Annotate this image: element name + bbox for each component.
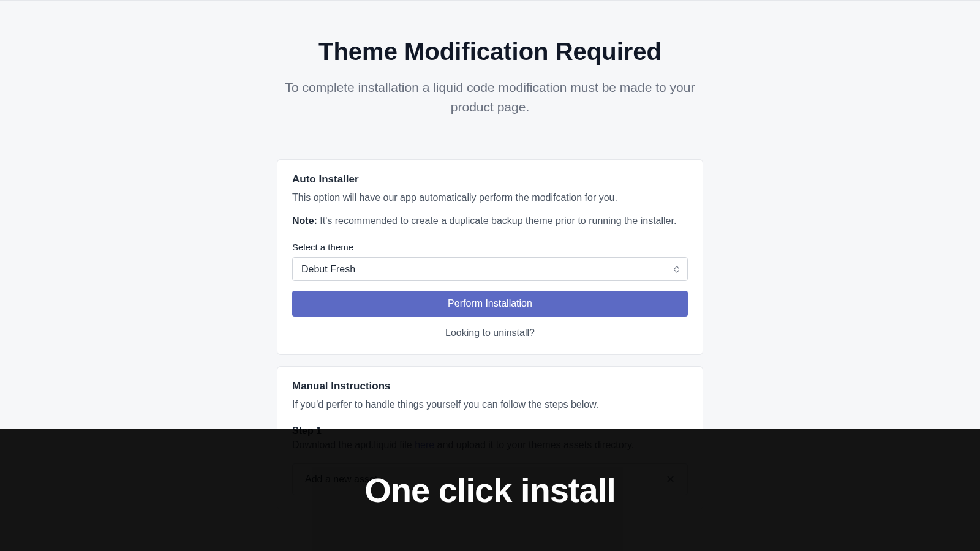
theme-select-wrapper: Debut Fresh (292, 257, 688, 281)
manual-title: Manual Instructions (292, 380, 688, 392)
perform-installation-button[interactable]: Perform Installation (292, 291, 688, 317)
auto-installer-card: Auto Installer This option will have our… (277, 159, 703, 355)
page-title: Theme Modification Required (245, 38, 735, 66)
auto-installer-note: Note: It's recommended to create a dupli… (292, 214, 688, 228)
theme-select-group: Select a theme Debut Fresh (292, 242, 688, 281)
banner-text: One click install (364, 470, 615, 510)
note-text: It's recommended to create a duplicate b… (317, 216, 677, 226)
theme-select[interactable]: Debut Fresh (292, 257, 688, 281)
theme-select-label: Select a theme (292, 242, 688, 252)
note-label: Note: (292, 216, 317, 226)
auto-installer-description: This option will have our app automatica… (292, 190, 688, 205)
bottom-banner: One click install (0, 429, 980, 551)
page-subtitle: To complete installation a liquid code m… (282, 78, 698, 116)
manual-description: If you'd perfer to handle things yoursel… (292, 397, 688, 412)
uninstall-link[interactable]: Looking to uninstall? (292, 328, 688, 339)
auto-installer-title: Auto Installer (292, 173, 688, 186)
